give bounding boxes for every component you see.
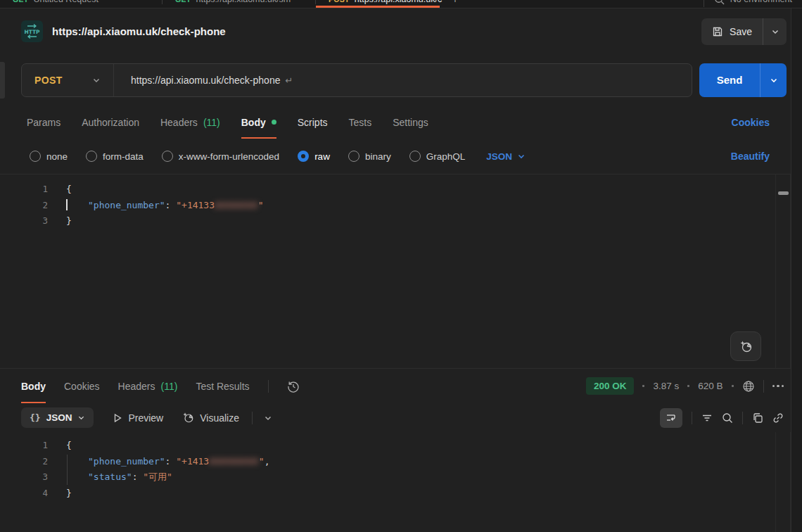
code-line: "phone_number": "+14133#######"	[66, 198, 802, 214]
url-input[interactable]: https://api.xiaomu.uk/check-phone↵	[114, 75, 692, 86]
tab-tests[interactable]: Tests	[349, 106, 372, 139]
url-bar: POST https://api.xiaomu.uk/check-phone↵	[21, 63, 692, 97]
visualize-options-button[interactable]	[264, 414, 272, 422]
tab-body[interactable]: Body	[241, 106, 276, 139]
network-globe-icon[interactable]	[742, 380, 755, 393]
active-tab-underline	[316, 6, 440, 8]
tab-method-label: GET	[175, 0, 191, 4]
preview-button[interactable]: Preview	[113, 412, 163, 424]
response-format-row: {} JSON Preview Visualize	[0, 403, 802, 432]
save-options-button[interactable]	[763, 18, 787, 45]
magic-wand-icon	[182, 412, 194, 424]
separator-dot	[687, 385, 689, 387]
radio-icon	[162, 151, 173, 162]
separator-dot	[732, 385, 734, 387]
radio-binary[interactable]: binary	[348, 151, 391, 162]
environment-label: No environment	[730, 0, 792, 4]
svg-text:HTTP: HTTP	[24, 29, 40, 35]
environment-selector[interactable]: No environment	[704, 0, 802, 5]
wrap-text-icon	[666, 412, 677, 424]
code-area[interactable]: { "phone_number": "+1413########", "stat…	[49, 438, 802, 532]
format-dropdown[interactable]: JSON	[486, 151, 526, 162]
chevron-down-icon	[92, 76, 101, 84]
send-button[interactable]: Send	[699, 63, 760, 97]
tab-settings[interactable]: Settings	[393, 106, 428, 139]
response-format-dropdown[interactable]: {} JSON	[21, 407, 94, 428]
scrollbar-thumb[interactable]	[778, 191, 789, 195]
tab-scripts[interactable]: Scripts	[298, 106, 328, 139]
response-body-viewer[interactable]: 1 2 3 4 { "phone_number": "+1413########…	[0, 432, 802, 532]
response-tab-body[interactable]: Body	[21, 369, 46, 403]
search-icon[interactable]	[722, 412, 733, 424]
url-value: https://api.xiaomu.uk/check-phone	[131, 75, 280, 86]
code-area[interactable]: { "phone_number": "+14133#######" }	[49, 182, 802, 368]
radio-icon	[30, 151, 41, 162]
response-time: 3.87 s	[653, 381, 679, 391]
method-label: POST	[34, 75, 63, 86]
postbot-button[interactable]	[730, 331, 761, 361]
editor-scrollbar[interactable]	[775, 175, 791, 368]
divider	[268, 380, 269, 393]
visualize-button[interactable]: Visualize	[182, 412, 239, 424]
json-braces-icon: {}	[30, 412, 41, 423]
tab-authorization[interactable]: Authorization	[82, 106, 139, 139]
body-content-dot	[272, 120, 276, 125]
body-type-row: none form-data x-www-form-urlencoded raw…	[0, 139, 802, 174]
response-meta-row: Body Cookies Headers(11) Test Results 20…	[0, 369, 802, 403]
code-line: {	[66, 182, 802, 198]
request-header: HTTP https://api.xiaomu.uk/check-phone S…	[0, 8, 802, 54]
editor-scrollbar[interactable]	[775, 432, 791, 532]
cookies-link[interactable]: Cookies	[732, 117, 770, 128]
text-cursor	[66, 199, 68, 210]
line-numbers: 1 2 3 4	[0, 438, 49, 532]
new-tab-button[interactable]: +	[445, 0, 466, 6]
play-icon	[113, 413, 122, 423]
request-tab-2[interactable]: GET https://api.xiaomu.uk/sm	[163, 0, 315, 8]
code-line: {	[66, 438, 802, 454]
tab-method-label: GET	[13, 0, 29, 4]
code-line: }	[66, 213, 802, 229]
request-title: https://api.xiaomu.uk/check-phone	[52, 25, 692, 37]
send-options-button[interactable]	[760, 63, 787, 97]
radio-icon	[409, 151, 421, 162]
radio-form-data[interactable]: form-data	[86, 151, 144, 162]
tab-headers[interactable]: Headers(11)	[160, 106, 220, 139]
link-icon[interactable]	[772, 412, 784, 424]
redacted-value: #######	[215, 200, 258, 210]
request-body-editor[interactable]: 1 2 3 { "phone_number": "+14133#######" …	[0, 174, 802, 369]
beautify-link[interactable]: Beautify	[731, 151, 770, 162]
sidebar-handle[interactable]	[0, 62, 5, 99]
method-selector[interactable]: POST	[22, 64, 113, 96]
separator-dot	[642, 385, 644, 387]
radio-raw[interactable]: raw	[298, 151, 330, 162]
indent-guide	[67, 455, 68, 485]
tab-method-label: POST	[329, 0, 350, 4]
radio-urlencoded[interactable]: x-www-form-urlencoded	[162, 151, 279, 162]
divider	[763, 380, 764, 393]
radio-none[interactable]: none	[30, 151, 68, 162]
save-button-group: Save	[701, 18, 787, 45]
save-label: Save	[730, 26, 752, 37]
more-options-icon[interactable]	[772, 385, 784, 388]
radio-selected-icon	[298, 151, 309, 162]
redacted-value: ########	[209, 456, 259, 467]
request-tab-untitled[interactable]: GET Untitled Request	[0, 0, 162, 8]
filter-icon[interactable]	[701, 412, 713, 424]
response-tab-headers[interactable]: Headers(11)	[118, 369, 178, 403]
history-icon[interactable]	[287, 380, 300, 393]
save-button[interactable]: Save	[701, 18, 763, 45]
code-line: }	[66, 486, 802, 502]
chevron-down-icon	[77, 414, 85, 422]
response-tab-test-results[interactable]: Test Results	[196, 369, 249, 403]
tab-params[interactable]: Params	[27, 106, 61, 139]
window-scrollbar-rail[interactable]	[791, 8, 802, 532]
workspace-tab-bar: GET Untitled Request GET https://api.xia…	[0, 0, 802, 8]
url-row: POST https://api.xiaomu.uk/check-phone↵ …	[0, 54, 802, 106]
wrap-text-button[interactable]	[660, 408, 682, 428]
copy-icon[interactable]	[752, 412, 763, 424]
radio-graphql[interactable]: GraphQL	[409, 151, 466, 162]
response-tab-cookies[interactable]: Cookies	[64, 369, 100, 403]
divider	[252, 412, 253, 424]
magic-wand-icon	[739, 340, 753, 353]
status-badge: 200 OK	[586, 377, 635, 395]
